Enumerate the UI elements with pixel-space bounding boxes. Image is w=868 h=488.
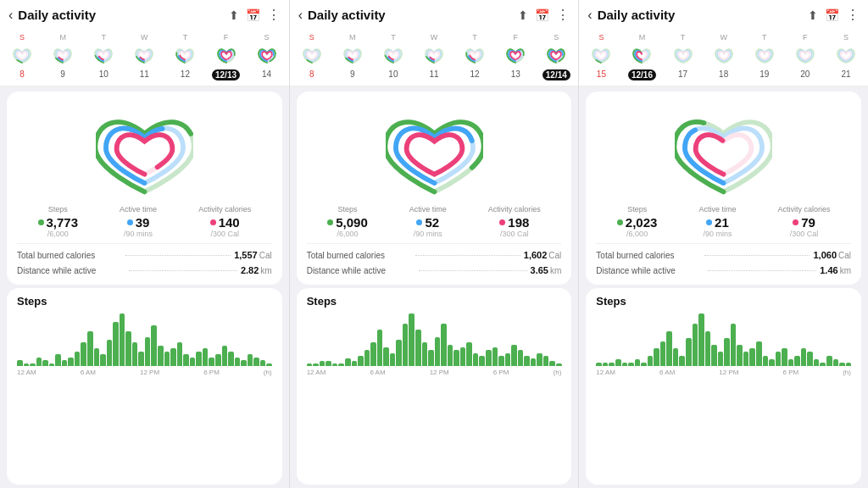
bar xyxy=(62,360,68,366)
bar xyxy=(518,350,524,366)
bar xyxy=(352,361,358,366)
active-time-dot xyxy=(416,219,422,225)
week-day-5[interactable]: F 13 xyxy=(500,33,531,80)
bar xyxy=(94,348,100,366)
back-icon[interactable]: ‹ xyxy=(587,8,592,23)
chart-x-labels: 12 AM6 AM12 PM6 PM(h) xyxy=(17,369,272,376)
calendar-icon[interactable]: 📅 xyxy=(246,8,260,22)
bar xyxy=(396,340,402,366)
back-icon[interactable]: ‹ xyxy=(298,8,303,23)
week-day-2[interactable]: T 17 xyxy=(668,33,698,80)
heart-ring-5 xyxy=(214,42,238,69)
bar xyxy=(403,324,409,366)
bar xyxy=(183,354,189,366)
share-icon[interactable]: ⬆ xyxy=(808,8,818,22)
week-day-0[interactable]: S 8 xyxy=(297,33,327,80)
bar xyxy=(75,352,81,366)
week-day-3[interactable]: W 11 xyxy=(129,33,159,80)
week-day-1[interactable]: M 12/16 xyxy=(626,33,657,80)
bar xyxy=(383,347,389,366)
steps-value: 5,090 xyxy=(336,215,368,230)
heart-ring-2 xyxy=(671,42,695,69)
bar xyxy=(260,360,266,366)
bar xyxy=(524,356,530,366)
active-time-value: 21 xyxy=(715,215,729,230)
panel-1: ‹ Daily activity ⬆ 📅 ⋮ S 8 M 9 T 10 W 11… xyxy=(0,0,290,488)
bar xyxy=(531,358,537,366)
bar xyxy=(338,363,344,366)
bar xyxy=(453,350,459,366)
heart-visualization xyxy=(307,98,562,200)
heart-ring-1 xyxy=(341,42,364,69)
chart-x-label: 6 PM xyxy=(203,369,220,376)
week-day-6[interactable]: S 12/14 xyxy=(541,33,571,80)
steps-dot xyxy=(617,219,623,225)
bar xyxy=(320,361,326,366)
bar xyxy=(603,363,609,366)
bar xyxy=(435,337,441,366)
more-icon[interactable]: ⋮ xyxy=(556,7,570,23)
more-icon[interactable]: ⋮ xyxy=(846,7,860,23)
week-day-5[interactable]: F 12/13 xyxy=(211,33,242,80)
bar xyxy=(107,340,113,366)
header: ‹ Daily activity ⬆ 📅 ⋮ xyxy=(579,0,868,30)
week-day-5[interactable]: F 20 xyxy=(790,33,821,80)
calendar-icon[interactable]: 📅 xyxy=(825,8,839,22)
share-icon[interactable]: ⬆ xyxy=(229,8,239,22)
week-day-6[interactable]: S 14 xyxy=(252,33,282,80)
bar xyxy=(24,363,30,366)
bar xyxy=(505,353,511,367)
steps-goal: /6,000 xyxy=(626,230,648,238)
back-icon[interactable]: ‹ xyxy=(8,8,13,23)
total-calories-unit: Cal xyxy=(838,251,851,260)
heart-ring-1 xyxy=(630,42,654,69)
heart-ring-4 xyxy=(173,42,197,69)
week-day-3[interactable]: W 18 xyxy=(709,33,739,80)
bar xyxy=(666,331,672,366)
share-icon[interactable]: ⬆ xyxy=(518,8,528,22)
bar xyxy=(654,348,659,366)
bar xyxy=(705,331,711,366)
bar xyxy=(731,324,737,366)
bar xyxy=(549,361,555,366)
week-day-0[interactable]: S 8 xyxy=(7,33,37,80)
week-day-6[interactable]: S 21 xyxy=(831,33,861,80)
bar xyxy=(794,356,800,366)
heart-ring-3 xyxy=(422,42,446,69)
steps-chart-card: Steps12 AM6 AM12 PM6 PM(h) xyxy=(7,288,282,485)
week-day-1[interactable]: M 9 xyxy=(337,33,368,80)
steps-value: 3,773 xyxy=(47,215,79,230)
week-day-1[interactable]: M 9 xyxy=(47,33,78,80)
total-calories-label: Total burned calories xyxy=(17,251,122,260)
steps-chart-title: Steps xyxy=(596,295,851,308)
bar xyxy=(711,345,717,366)
calendar-icon[interactable]: 📅 xyxy=(535,8,549,22)
bar xyxy=(839,363,845,366)
week-day-0[interactable]: S 15 xyxy=(586,33,616,80)
bar xyxy=(788,359,794,366)
total-calories-value: 1,060 xyxy=(813,250,837,260)
total-calories-label: Total burned calories xyxy=(596,251,701,260)
bar xyxy=(698,313,704,366)
heart-ring-2 xyxy=(92,42,115,69)
bar xyxy=(422,342,428,366)
activity-card: Steps 2,023 /6,000 Active time 21 /90 mi… xyxy=(586,92,861,285)
week-day-3[interactable]: W 11 xyxy=(419,33,449,80)
total-calories-value: 1,557 xyxy=(234,250,258,260)
week-day-2[interactable]: T 10 xyxy=(378,33,409,80)
steps-chart-card: Steps12 AM6 AM12 PM6 PM(h) xyxy=(586,288,861,485)
bar xyxy=(543,356,549,366)
week-day-4[interactable]: T 12 xyxy=(459,33,490,80)
week-day-4[interactable]: T 19 xyxy=(749,33,780,80)
header: ‹ Daily activity ⬆ 📅 ⋮ xyxy=(0,0,289,30)
active-time-value: 52 xyxy=(425,215,439,230)
bar xyxy=(36,358,42,366)
bar xyxy=(415,330,421,366)
week-day-4[interactable]: T 12 xyxy=(170,33,200,80)
bar xyxy=(609,363,615,366)
bar xyxy=(686,338,692,366)
bar xyxy=(313,363,319,366)
bar xyxy=(68,358,74,366)
more-icon[interactable]: ⋮ xyxy=(267,7,281,23)
week-day-2[interactable]: T 10 xyxy=(88,33,119,80)
